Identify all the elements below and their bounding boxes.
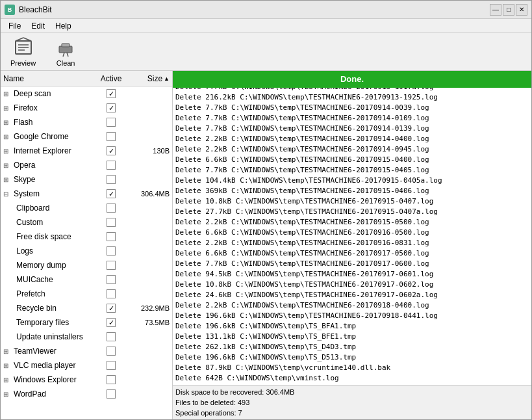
- tree-item-update-uninstallers[interactable]: Update uninstallers: [1, 330, 172, 344]
- tree-item-free-disk-space[interactable]: Free disk space: [1, 230, 172, 244]
- checkbox-flash[interactable]: [107, 118, 116, 127]
- tree-item-skype[interactable]: ⊞ Skype: [1, 172, 172, 187]
- checkbox-deep-scan[interactable]: ✓: [107, 89, 116, 98]
- log-line: Delete 7.7kB C:\WINDOWS\temp\TESTMACHINE…: [175, 124, 529, 134]
- checkbox-clipboard[interactable]: [107, 203, 116, 213]
- sort-arrow-icon: ▲: [164, 75, 170, 82]
- tree-item-deep-scan[interactable]: ⊞ Deep scan ✓: [1, 86, 172, 101]
- toolbar: Preview Clean: [1, 33, 531, 71]
- log-line: Delete 131.1kB C:\WINDOWS\temp\TS_BFE1.t…: [175, 332, 529, 342]
- tree-item-wordpad[interactable]: ⊞ WordPad: [1, 387, 172, 401]
- close-button[interactable]: ✕: [516, 4, 527, 16]
- log-line: Delete 94.5kB C:\WINDOWS\temp\TESTMACHIN…: [175, 269, 529, 280]
- tree-item-temporary-files[interactable]: Temporary files ✓ 73.5MB: [1, 315, 172, 330]
- checkbox-firefox[interactable]: ✓: [107, 103, 116, 112]
- minimize-button[interactable]: —: [490, 4, 501, 16]
- title-bar-title: BleachBit: [19, 5, 52, 14]
- tree-item-muicache[interactable]: MUICache: [1, 272, 172, 287]
- log-line: Delete 642B C:\WINDOWS\temp\vminst.log: [175, 373, 529, 384]
- status-disk-space: Disk space to be recovered: 306.4MB: [175, 387, 529, 397]
- status-bar: Disk space to be recovered: 306.4MB File…: [173, 385, 531, 419]
- log-line: Delete 7.7kB C:\WINDOWS\temp\TESTMACHINE…: [175, 88, 529, 92]
- size-temporary-files: 73.5MB: [131, 319, 170, 326]
- expand-icon: ⊟: [3, 190, 11, 198]
- checkbox-teamviewer[interactable]: [107, 347, 116, 356]
- clean-icon: [55, 37, 76, 58]
- menu-edit[interactable]: Edit: [26, 20, 50, 32]
- tree-item-windows-explorer[interactable]: ⊞ Windows Explorer: [1, 373, 172, 387]
- size-recycle-bin: 232.9MB: [131, 304, 170, 312]
- log-line: Delete 216.2kB C:\WINDOWS\temp\TESTMACHI…: [175, 92, 529, 103]
- checkbox-temporary-files[interactable]: ✓: [107, 318, 116, 327]
- tree-item-system[interactable]: ⊟ System ✓ 306.4MB: [1, 187, 172, 201]
- expand-icon: ⊞: [3, 362, 11, 369]
- menu-help[interactable]: Help: [50, 20, 77, 32]
- main-window: B BleachBit — □ ✕ File Edit Help: [0, 0, 532, 420]
- expand-icon: ⊞: [3, 105, 11, 112]
- tree-item-teamviewer[interactable]: ⊞ TeamViewer: [1, 344, 172, 358]
- log-line: Delete 196.6kB C:\WINDOWS\temp\TS_BFA1.t…: [175, 321, 529, 332]
- preview-icon: [13, 37, 34, 58]
- maximize-button[interactable]: □: [503, 4, 514, 16]
- checkbox-system[interactable]: ✓: [107, 189, 116, 198]
- status-special-ops: Special operations: 7: [175, 408, 529, 418]
- checkbox-custom[interactable]: [107, 218, 116, 227]
- tree-body[interactable]: ⊞ Deep scan ✓ ⊞ Firefox ✓: [1, 86, 172, 419]
- tree-item-flash[interactable]: ⊞ Flash: [1, 115, 172, 129]
- checkbox-memory-dump[interactable]: [107, 261, 116, 270]
- tree-item-internet-explorer[interactable]: ⊞ Internet Explorer ✓ 130B: [1, 144, 172, 158]
- checkbox-skype[interactable]: [107, 175, 116, 184]
- log-line: Delete 7.7kB C:\WINDOWS\temp\TESTMACHINE…: [175, 165, 529, 176]
- log-line: Delete 196.6kB C:\WINDOWS\temp\TS_D513.t…: [175, 352, 529, 363]
- log-line: Delete 2.2kB C:\WINDOWS\temp\TESTMACHINE…: [175, 217, 529, 228]
- checkbox-muicache[interactable]: [107, 275, 116, 284]
- expand-icon: ⊞: [3, 119, 11, 126]
- checkbox-prefetch[interactable]: [107, 289, 116, 298]
- tree-item-clipboard[interactable]: Clipboard: [1, 201, 172, 215]
- clean-button[interactable]: Clean: [49, 34, 82, 70]
- svg-line-8: [63, 53, 64, 57]
- checkbox-update-uninstallers[interactable]: [107, 332, 116, 341]
- name-column-header[interactable]: Name: [3, 74, 92, 83]
- tree-item-opera[interactable]: ⊞ Opera: [1, 158, 172, 172]
- log-line: Delete 2.2kB C:\WINDOWS\temp\TESTMACHINE…: [175, 300, 529, 311]
- status-files-deleted: Files to be deleted: 493: [175, 397, 529, 408]
- checkbox-wordpad[interactable]: [107, 389, 116, 399]
- expand-icon: ⊞: [3, 148, 11, 155]
- log-area[interactable]: Delete 6.9kB C:\WINDOWS\temp\TESTMACHINE…: [173, 88, 531, 385]
- tree-item-recycle-bin[interactable]: Recycle bin ✓ 232.9MB: [1, 301, 172, 315]
- log-line: Delete 2.2kB C:\WINDOWS\temp\TESTMACHINE…: [175, 134, 529, 144]
- checkbox-opera[interactable]: [107, 161, 116, 170]
- checkbox-logs[interactable]: [107, 246, 116, 256]
- preview-button[interactable]: Preview: [5, 34, 42, 70]
- checkbox-free-disk-space[interactable]: [107, 232, 116, 241]
- expand-icon: ⊞: [3, 391, 11, 398]
- tree-item-logs[interactable]: Logs: [1, 244, 172, 258]
- log-line: Delete 7.7kB C:\WINDOWS\temp\TESTMACHINE…: [175, 259, 529, 269]
- app-icon: B: [5, 5, 15, 15]
- log-line: Delete 7.7kB C:\WINDOWS\temp\TESTMACHINE…: [175, 113, 529, 124]
- checkbox-windows-explorer[interactable]: [107, 375, 116, 384]
- size-internet-explorer: 130B: [131, 147, 170, 155]
- checkbox-vlc[interactable]: [107, 361, 116, 370]
- log-line: Delete 369kB C:\WINDOWS\temp\TESTMACHINE…: [175, 186, 529, 196]
- tree-item-memory-dump[interactable]: Memory dump: [1, 258, 172, 272]
- tree-item-firefox[interactable]: ⊞ Firefox ✓: [1, 101, 172, 115]
- expand-icon: ⊞: [3, 162, 11, 169]
- log-line: Delete 87.9kB C:\WINDOWS\temp\vcruntime1…: [175, 363, 529, 373]
- active-column-header[interactable]: Active: [92, 74, 131, 83]
- checkbox-recycle-bin[interactable]: ✓: [107, 304, 116, 313]
- tree-item-vlc-media-player[interactable]: ⊞ VLC media player: [1, 358, 172, 373]
- size-column-header[interactable]: Size ▲: [131, 74, 170, 83]
- tree-item-prefetch[interactable]: Prefetch: [1, 287, 172, 301]
- tree-header: Name Active Size ▲: [1, 71, 172, 86]
- menu-bar: File Edit Help: [1, 19, 531, 33]
- preview-label: Preview: [10, 59, 36, 67]
- menu-file[interactable]: File: [3, 20, 26, 32]
- checkbox-google-chrome[interactable]: [107, 132, 116, 141]
- tree-item-google-chrome[interactable]: ⊞ Google Chrome: [1, 129, 172, 144]
- checkbox-internet-explorer[interactable]: ✓: [107, 146, 116, 155]
- log-line: Delete 10.8kB C:\WINDOWS\temp\TESTMACHIN…: [175, 280, 529, 290]
- log-line: Delete 24.6kB C:\WINDOWS\temp\TESTMACHIN…: [175, 290, 529, 300]
- tree-item-custom[interactable]: Custom: [1, 215, 172, 230]
